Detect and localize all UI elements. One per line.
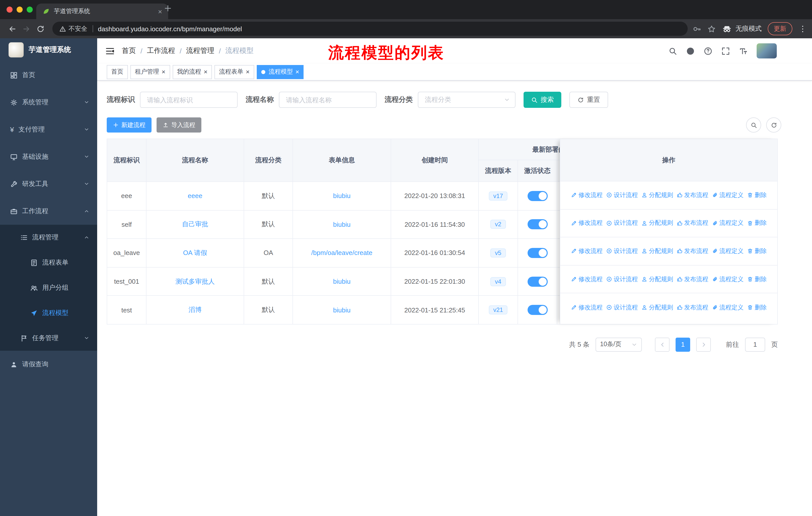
op-process-definition[interactable]: 流程定义: [712, 275, 744, 283]
op-publish-process[interactable]: 发布流程: [676, 191, 708, 199]
next-page-button[interactable]: [696, 337, 711, 352]
close-icon[interactable]: ×: [246, 69, 250, 75]
tag-home[interactable]: 首页: [107, 65, 128, 79]
activation-toggle[interactable]: [527, 219, 547, 229]
new-tab-button[interactable]: [164, 4, 172, 12]
sidebar-item-leave-query[interactable]: 请假查询: [0, 351, 97, 378]
reset-button[interactable]: 重置: [569, 92, 608, 108]
op-assign-rule[interactable]: 分配规则: [641, 191, 673, 199]
op-process-definition[interactable]: 流程定义: [712, 219, 744, 227]
form-info-link[interactable]: biubiu: [333, 306, 350, 314]
activation-toggle[interactable]: [527, 305, 547, 315]
fullscreen-icon[interactable]: [721, 47, 730, 55]
op-edit-process[interactable]: 修改流程: [571, 303, 603, 312]
process-name-input[interactable]: [279, 92, 377, 108]
sidebar-item-system[interactable]: 系统管理: [0, 89, 97, 116]
url-bar[interactable]: 不安全 dashboard.yudao.iocoder.cn/bpm/manag…: [52, 22, 688, 36]
close-icon[interactable]: ×: [295, 69, 299, 75]
page-size-select[interactable]: 10条/页: [596, 337, 642, 352]
user-avatar[interactable]: [757, 43, 777, 58]
sidebar-item-task-management[interactable]: 任务管理: [0, 326, 97, 351]
sidebar-item-infrastructure[interactable]: 基础设施: [0, 143, 97, 170]
bookmark-star-icon[interactable]: [707, 24, 716, 33]
search-icon[interactable]: [669, 47, 677, 55]
op-publish-process[interactable]: 发布流程: [676, 303, 708, 312]
process-name-link[interactable]: eeee: [188, 192, 202, 200]
op-process-definition[interactable]: 流程定义: [712, 247, 744, 255]
op-publish-process[interactable]: 发布流程: [676, 275, 708, 283]
show-search-button[interactable]: [746, 117, 761, 133]
op-delete[interactable]: 删除: [747, 275, 767, 283]
question-icon[interactable]: [704, 47, 712, 55]
back-button[interactable]: [5, 22, 19, 36]
op-delete[interactable]: 删除: [747, 191, 767, 199]
op-edit-process[interactable]: 修改流程: [571, 219, 603, 227]
op-edit-process[interactable]: 修改流程: [571, 275, 603, 283]
close-icon[interactable]: ×: [204, 69, 207, 75]
op-delete[interactable]: 删除: [747, 247, 767, 255]
op-design-process[interactable]: 设计流程: [606, 247, 638, 255]
forward-button[interactable]: [19, 22, 33, 36]
process-name-link[interactable]: OA 请假: [183, 248, 207, 257]
op-publish-process[interactable]: 发布流程: [676, 247, 708, 255]
password-key-icon[interactable]: [693, 24, 701, 33]
browser-tab[interactable]: 芋道管理系统 ×: [36, 3, 168, 19]
op-process-definition[interactable]: 流程定义: [712, 303, 744, 312]
github-icon[interactable]: [686, 47, 695, 55]
activation-toggle[interactable]: [527, 276, 547, 287]
create-process-button[interactable]: 新建流程: [107, 117, 151, 133]
breadcrumb-item[interactable]: 首页: [122, 46, 136, 55]
tag-process-form[interactable]: 流程表单×: [214, 65, 254, 79]
op-process-definition[interactable]: 流程定义: [712, 191, 744, 199]
process-name-link[interactable]: 自己审批: [182, 220, 208, 229]
form-info-link[interactable]: /bpm/oa/leave/create: [311, 249, 373, 257]
goto-page-input[interactable]: [745, 337, 765, 352]
sidebar-item-user-group[interactable]: 用户分组: [0, 275, 97, 300]
update-button[interactable]: 更新: [768, 22, 792, 35]
form-info-link[interactable]: biubiu: [333, 221, 350, 228]
process-name-link[interactable]: 测试多审批人: [175, 277, 215, 286]
tag-process-model[interactable]: 流程模型×: [257, 65, 304, 79]
op-design-process[interactable]: 设计流程: [606, 191, 638, 199]
category-select[interactable]: 流程分类: [418, 92, 516, 108]
current-page-button[interactable]: 1: [675, 337, 690, 352]
op-delete[interactable]: 删除: [747, 303, 767, 312]
maximize-window-button[interactable]: [27, 6, 33, 12]
fontsize-icon[interactable]: [739, 47, 748, 55]
op-design-process[interactable]: 设计流程: [606, 275, 638, 283]
sidebar-item-workflow[interactable]: 工作流程: [0, 197, 97, 225]
op-design-process[interactable]: 设计流程: [606, 303, 638, 312]
process-key-input[interactable]: [140, 92, 238, 108]
close-icon[interactable]: ×: [162, 69, 165, 75]
sidebar-item-process-form[interactable]: 流程表单: [0, 250, 97, 275]
sidebar-item-devtools[interactable]: 研发工具: [0, 170, 97, 197]
sidebar-collapse-button[interactable]: [105, 46, 115, 56]
import-process-button[interactable]: 导入流程: [156, 117, 201, 133]
breadcrumb-item[interactable]: 流程管理: [186, 46, 214, 55]
tag-tenant[interactable]: 租户管理×: [130, 65, 170, 79]
op-delete[interactable]: 删除: [747, 219, 767, 227]
breadcrumb-item[interactable]: 工作流程: [147, 46, 175, 55]
minimize-window-button[interactable]: [17, 6, 23, 12]
form-info-link[interactable]: biubiu: [333, 192, 350, 200]
activation-toggle[interactable]: [527, 191, 547, 201]
form-info-link[interactable]: biubiu: [333, 278, 350, 285]
browser-menu-button[interactable]: [799, 24, 807, 33]
close-window-button[interactable]: [6, 6, 12, 12]
sidebar-item-process-management[interactable]: 流程管理: [0, 225, 97, 250]
tag-my-process[interactable]: 我的流程×: [172, 65, 212, 79]
op-edit-process[interactable]: 修改流程: [571, 247, 603, 255]
op-edit-process[interactable]: 修改流程: [571, 191, 603, 199]
process-name-link[interactable]: 滔博: [188, 305, 202, 315]
op-design-process[interactable]: 设计流程: [606, 219, 638, 227]
reload-button[interactable]: [33, 22, 47, 36]
sidebar-item-home[interactable]: 首页: [0, 61, 97, 89]
activation-toggle[interactable]: [527, 248, 547, 258]
tab-close-icon[interactable]: ×: [158, 8, 162, 15]
sidebar-item-payment[interactable]: ¥支付管理: [0, 116, 97, 143]
op-publish-process[interactable]: 发布流程: [676, 219, 708, 227]
sidebar-item-process-model[interactable]: 流程模型: [0, 300, 97, 326]
prev-page-button[interactable]: [655, 337, 670, 352]
op-assign-rule[interactable]: 分配规则: [641, 303, 673, 312]
op-assign-rule[interactable]: 分配规则: [641, 219, 673, 227]
